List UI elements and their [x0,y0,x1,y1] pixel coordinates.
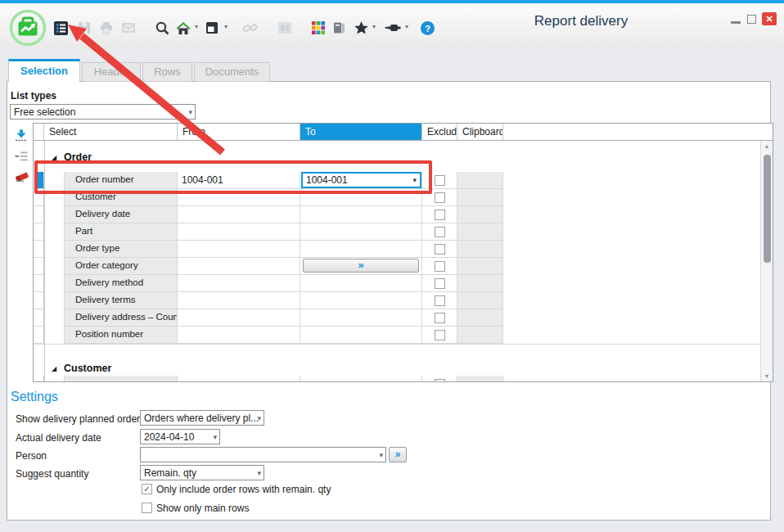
col-exclude-header[interactable]: Exclude [422,124,457,140]
catalog-book-icon[interactable] [328,17,349,38]
to-cell[interactable] [300,376,422,381]
scroll-up-icon[interactable]: ▲ [761,143,773,149]
actual-delivery-date-combo[interactable]: 2024-04-10 ▾ [140,429,220,444]
to-cell[interactable] [300,309,422,327]
exclude-cell[interactable] [422,327,457,344]
exclude-cell[interactable] [422,258,457,275]
list-types-combo[interactable]: Free selection ▾ [10,104,196,119]
exclude-checkbox[interactable] [435,227,445,237]
col-to-header[interactable]: To [300,124,422,140]
to-cell[interactable] [300,206,422,223]
clipboard-cell[interactable] [457,241,503,258]
to-cell[interactable] [300,327,422,344]
star-dropdown-caret-icon[interactable]: ▾ [370,23,378,30]
from-cell[interactable] [178,275,300,292]
exclude-checkbox[interactable] [435,295,445,306]
to-cell[interactable] [300,292,422,309]
favorites-star-icon[interactable] [350,17,372,38]
exclude-cell[interactable] [422,292,457,309]
to-combo-focused[interactable]: 1004-001 ▾ [301,172,421,188]
from-cell[interactable] [178,206,300,223]
from-cell[interactable]: 1004-001 [178,172,300,189]
row-select-indicator[interactable] [34,223,44,241]
clipboard-cell[interactable] [457,189,503,206]
search-icon[interactable] [151,17,173,38]
from-cell[interactable] [178,223,300,241]
home-dropdown-caret-icon[interactable]: ▾ [192,23,201,30]
row-select-indicator[interactable] [34,172,44,189]
group-expanded-icon[interactable]: ◢ [52,365,56,372]
exclude-checkbox[interactable] [435,175,445,186]
help-icon[interactable]: ? [417,17,438,38]
show-delivery-planned-orders-combo[interactable]: Orders where delivery pl... ▾ [140,410,264,426]
from-cell[interactable] [178,376,300,381]
clipboard-cell[interactable] [457,172,503,189]
row-select-indicator[interactable] [34,258,44,275]
exclude-cell[interactable] [422,309,457,327]
suggest-quantity-combo[interactable]: Remain. qty ▾ [140,465,264,480]
to-cell[interactable] [300,241,422,258]
clipboard-cell[interactable] [457,292,503,309]
from-cell[interactable] [178,309,300,327]
exclude-cell[interactable] [422,241,457,258]
from-cell[interactable] [178,189,300,206]
insert-down-arrow-icon[interactable] [14,128,29,143]
row-select-indicator[interactable] [34,376,44,381]
maximize-button[interactable] [747,15,756,24]
scroll-down-icon[interactable]: ▼ [761,373,773,379]
from-cell[interactable] [178,292,300,309]
to-cell[interactable] [300,189,422,206]
row-select-indicator[interactable] [34,309,44,327]
exclude-checkbox[interactable] [435,244,445,255]
exclude-checkbox[interactable] [435,278,445,289]
window-layout-icon[interactable] [201,17,223,38]
report-list-icon[interactable] [50,17,71,38]
home-icon[interactable] [173,17,194,38]
row-lines-minus-icon[interactable] [14,149,29,164]
clipboard-cell[interactable] [457,275,503,292]
col-select-header[interactable]: Select [44,124,178,140]
close-button[interactable]: ✕ [762,12,777,25]
scrollbar-thumb[interactable] [764,155,771,263]
row-select-indicator[interactable] [34,206,44,223]
row-select-indicator[interactable] [34,292,44,309]
clipboard-cell[interactable] [457,206,503,223]
exclude-checkbox[interactable] [435,330,445,340]
person-picker-button[interactable]: » [389,447,407,462]
exclude-cell[interactable] [422,172,457,189]
exclude-cell[interactable] [422,189,457,206]
exclude-cell[interactable] [422,206,457,223]
plugin-icon[interactable] [382,17,403,38]
exclude-checkbox[interactable] [435,313,445,323]
modules-grid-icon[interactable] [308,17,329,38]
clipboard-cell[interactable] [457,309,503,327]
clipboard-cell[interactable] [457,258,503,275]
to-cell[interactable] [300,223,422,241]
eraser-icon[interactable] [14,169,29,183]
show-only-main-rows-checkbox[interactable] [142,503,152,513]
from-cell[interactable] [178,327,300,344]
exclude-checkbox[interactable] [435,210,445,220]
exclude-cell[interactable] [422,223,457,241]
grid-vertical-scrollbar[interactable]: ▲ ▼ [760,141,773,381]
clipboard-cell[interactable] [457,327,503,344]
exclude-cell[interactable] [422,275,457,292]
person-combo[interactable]: ▾ [140,447,386,462]
row-select-indicator[interactable] [34,275,44,292]
window-dropdown-caret-icon[interactable]: ▾ [222,23,230,30]
exclude-cell[interactable] [422,376,457,381]
row-select-indicator[interactable] [34,327,44,344]
group-expanded-icon[interactable]: ◢ [52,154,56,161]
clipboard-cell[interactable] [457,223,503,241]
row-select-indicator[interactable] [34,189,44,206]
only-include-remain-qty-checkbox[interactable]: ✓ [142,484,152,494]
to-cell[interactable]: 1004-001 ▾ [300,172,422,189]
clipboard-cell[interactable] [457,376,503,381]
exclude-checkbox[interactable] [435,261,445,272]
order-category-picker-button[interactable]: » [303,259,419,273]
minimize-button[interactable] [731,21,741,24]
exclude-checkbox[interactable] [435,192,445,203]
to-cell[interactable] [300,275,422,292]
tab-selection[interactable]: Selection [8,59,80,82]
to-cell[interactable]: » [300,258,422,275]
